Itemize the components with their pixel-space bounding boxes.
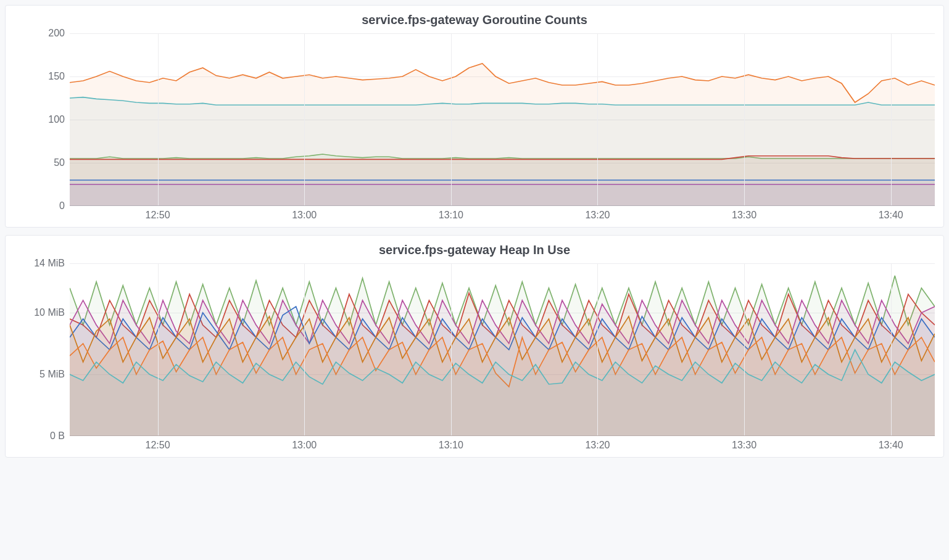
- x-tick-label: 13:20: [585, 210, 610, 221]
- grid-line-vertical: [891, 263, 892, 435]
- grid-line-vertical: [451, 263, 452, 435]
- grid-line-vertical: [744, 263, 745, 435]
- panel-title: service.fps-gateway Heap In Use: [6, 241, 943, 263]
- chart-svg: [70, 33, 935, 206]
- x-tick-label: 13:30: [732, 440, 756, 451]
- y-tick-label: 100: [14, 114, 70, 125]
- panel-title: service.fps-gateway Goroutine Counts: [6, 10, 943, 33]
- y-tick-label: 50: [14, 157, 70, 168]
- y-tick-label: 5 MiB: [14, 369, 70, 380]
- chart-frame: [70, 33, 935, 206]
- chart-panel-0: service.fps-gateway Goroutine Counts0501…: [5, 5, 944, 228]
- x-tick-label: 13:10: [439, 210, 463, 221]
- x-axis: 12:5013:0013:1013:2013:3013:40: [14, 436, 935, 453]
- x-tick-label: 13:40: [879, 210, 903, 221]
- plot-area[interactable]: 0 B5 MiB10 MiB14 MiB: [14, 263, 935, 436]
- grid-line-vertical: [597, 263, 598, 435]
- grid-line-vertical: [597, 33, 598, 205]
- x-tick-label: 13:10: [439, 440, 463, 451]
- series-area-purple: [70, 184, 935, 206]
- grid-line-vertical: [451, 33, 452, 205]
- x-tick-label: 13:20: [585, 440, 610, 451]
- y-tick-label: 150: [14, 71, 70, 82]
- grid-line-vertical: [304, 33, 305, 205]
- y-tick-label: 14 MiB: [14, 258, 70, 269]
- x-tick-label: 13:00: [292, 440, 317, 451]
- y-tick-label: 10 MiB: [14, 307, 70, 318]
- grid-line-vertical: [891, 33, 892, 205]
- grid-line-vertical: [158, 33, 159, 205]
- x-tick-label: 12:50: [146, 210, 170, 221]
- y-tick-label: 200: [14, 28, 70, 39]
- x-tick-label: 13:00: [292, 210, 317, 221]
- chart-panel-1: service.fps-gateway Heap In Use0 B5 MiB1…: [5, 235, 944, 458]
- grid-line-vertical: [158, 263, 159, 435]
- grid-line-vertical: [744, 33, 745, 205]
- x-tick-label: 12:50: [146, 440, 170, 451]
- chart-svg: [70, 263, 935, 436]
- x-tick-label: 13:40: [879, 440, 903, 451]
- x-axis: 12:5013:0013:1013:2013:3013:40: [14, 206, 935, 223]
- chart-frame: [70, 263, 935, 436]
- grid-line-vertical: [304, 263, 305, 435]
- x-tick-label: 13:30: [732, 210, 756, 221]
- plot-area[interactable]: 050100150200: [14, 33, 935, 206]
